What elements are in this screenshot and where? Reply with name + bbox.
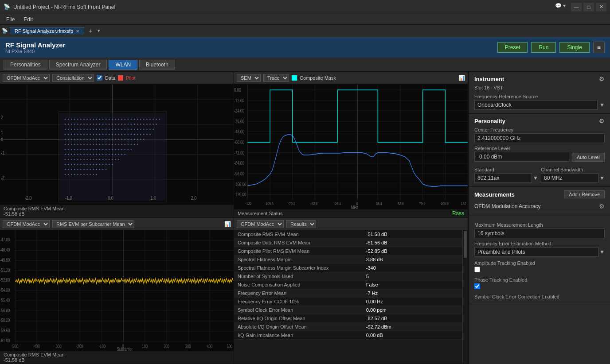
results-type-select[interactable]: Results	[286, 220, 316, 228]
svg-point-213	[96, 154, 97, 155]
result-value: 0.00 dB	[363, 331, 468, 340]
result-value: -52.85 dB	[363, 247, 468, 256]
freq-ref-label: Frequency Reference Source	[474, 94, 605, 99]
constellation-mode-select[interactable]: OFDM ModAcc	[3, 74, 50, 82]
instrument-gear-icon[interactable]: ⚙	[599, 75, 605, 82]
svg-point-21	[90, 119, 90, 120]
preset-button[interactable]: Preset	[497, 42, 528, 53]
svg-point-142	[99, 139, 100, 140]
personality-gear-icon[interactable]: ⚙	[599, 117, 605, 124]
result-label: Symbol Clock Error Mean	[234, 306, 363, 314]
evm-panel: OFDM ModAcc RMS EVM per Subcarrier Mean …	[0, 218, 234, 364]
bluetooth-button[interactable]: Bluetooth	[139, 60, 175, 70]
svg-point-42	[156, 119, 156, 120]
evm-zoom-icon[interactable]: 📊	[224, 221, 231, 227]
svg-text:-26.4: -26.4	[334, 201, 341, 206]
svg-point-45	[68, 124, 69, 125]
sem-mode-select[interactable]: SEM	[237, 74, 261, 82]
ofdm-gear-icon[interactable]: ⚙	[599, 203, 605, 210]
results-scrollbar[interactable]	[462, 230, 468, 364]
results-mode-select[interactable]: OFDM ModAcc	[237, 220, 284, 228]
svg-point-39	[146, 119, 147, 120]
svg-point-29	[115, 119, 116, 120]
svg-point-83	[93, 129, 94, 130]
results-data-table: Composite RMS EVM Mean-51.58 dBComposite…	[234, 230, 468, 340]
svg-point-171	[109, 144, 109, 145]
toolbar-menu-button[interactable]: ≡	[593, 42, 605, 53]
amp-tracking-checkbox[interactable]	[474, 267, 480, 272]
table-row: Symbol Clock Error Mean0.00 ppm	[234, 306, 468, 314]
constellation-type-select[interactable]: Constellation	[52, 74, 94, 82]
wlan-button[interactable]: WLAN	[109, 60, 137, 70]
svg-point-233	[96, 159, 97, 160]
minimize-button[interactable]: —	[571, 3, 582, 12]
standard-input[interactable]	[474, 173, 532, 183]
add-remove-button[interactable]: Add / Remove	[564, 190, 605, 198]
svg-point-94	[128, 129, 129, 130]
freq-ref-input[interactable]	[474, 100, 598, 110]
svg-point-119	[115, 134, 116, 135]
svg-point-110	[86, 134, 87, 135]
single-button[interactable]: Single	[559, 42, 589, 53]
channel-bw-input[interactable]	[541, 173, 598, 183]
maximize-button[interactable]: □	[583, 3, 594, 12]
window-title: Untitled Project - NI-RFmx Soft Front Pa…	[13, 4, 555, 10]
svg-text:-84.00: -84.00	[234, 161, 244, 166]
result-value: -51.56 dB	[363, 239, 468, 247]
svg-point-116	[106, 134, 106, 135]
close-button[interactable]: ✕	[596, 3, 606, 12]
result-value: 0.00 Hz	[363, 298, 468, 306]
svg-point-126	[137, 134, 138, 135]
standard-dropdown-icon[interactable]: ▼	[533, 175, 538, 181]
svg-point-202	[131, 149, 132, 150]
svg-text:-2.0: -2.0	[25, 195, 32, 201]
run-button[interactable]: Run	[531, 42, 556, 53]
channel-bw-dropdown-icon[interactable]: ▼	[599, 175, 605, 181]
svg-point-186	[80, 149, 81, 150]
table-row: Frequency Error Mean-7 Hz	[234, 289, 468, 298]
svg-point-178	[131, 144, 132, 145]
pilot-color-swatch	[118, 75, 123, 81]
tab-add-button[interactable]: +	[85, 27, 96, 35]
evm-mode-select[interactable]: OFDM ModAcc	[3, 220, 50, 228]
freq-err-dropdown-icon[interactable]: ▼	[599, 249, 605, 255]
svg-point-140	[93, 139, 94, 140]
svg-point-58	[109, 124, 109, 125]
evm-type-select[interactable]: RMS EVM per Subcarrier Mean	[52, 220, 134, 228]
sem-zoom-icon[interactable]: 📊	[458, 75, 465, 81]
spectrum-analyzer-button[interactable]: Spectrum Analyzer	[49, 60, 107, 70]
results-scrollbar-thumb[interactable]	[464, 231, 467, 258]
menu-file[interactable]: File	[2, 15, 19, 23]
svg-point-52	[90, 124, 90, 125]
svg-text:300: 300	[185, 344, 191, 349]
svg-point-264	[86, 169, 87, 170]
svg-point-263	[83, 169, 84, 170]
tab-rfmx[interactable]: RF Signal Analyzer.rfmxsfp ✕	[10, 27, 84, 35]
svg-rect-12	[59, 113, 165, 201]
svg-point-50	[83, 124, 84, 125]
phase-tracking-row: Phase Tracking Enabled	[474, 277, 605, 290]
svg-point-212	[93, 154, 94, 155]
phase-tracking-checkbox[interactable]	[474, 283, 480, 289]
max-meas-input[interactable]	[474, 228, 605, 238]
center-freq-input[interactable]	[474, 133, 605, 143]
svg-point-33	[128, 119, 129, 120]
instrument-section: Instrument ⚙ Slot 16 · VST Frequency Ref…	[469, 72, 610, 114]
svg-point-68	[140, 124, 141, 125]
ref-level-input[interactable]	[474, 152, 569, 162]
svg-point-145	[109, 139, 109, 140]
personalities-button[interactable]: Personalities	[4, 60, 47, 70]
freq-ref-dropdown-icon[interactable]: ▼	[599, 102, 605, 108]
svg-point-122	[125, 134, 125, 135]
svg-point-190	[93, 149, 94, 150]
table-row: Spectral Flatness Margin Subcarrier Inde…	[234, 264, 468, 272]
auto-level-button[interactable]: Auto Level	[572, 153, 605, 162]
data-checkbox[interactable]	[97, 75, 102, 81]
menu-edit[interactable]: Edit	[19, 15, 37, 23]
sem-type-select[interactable]: Trace	[263, 74, 289, 82]
svg-text:-48.00: -48.00	[234, 130, 244, 135]
result-label: Composite RMS EVM Mean	[234, 230, 363, 239]
freq-err-label: Frequency Error Estimation Method	[474, 241, 605, 246]
freq-err-input[interactable]	[474, 247, 598, 257]
tab-close-icon[interactable]: ✕	[76, 29, 79, 34]
